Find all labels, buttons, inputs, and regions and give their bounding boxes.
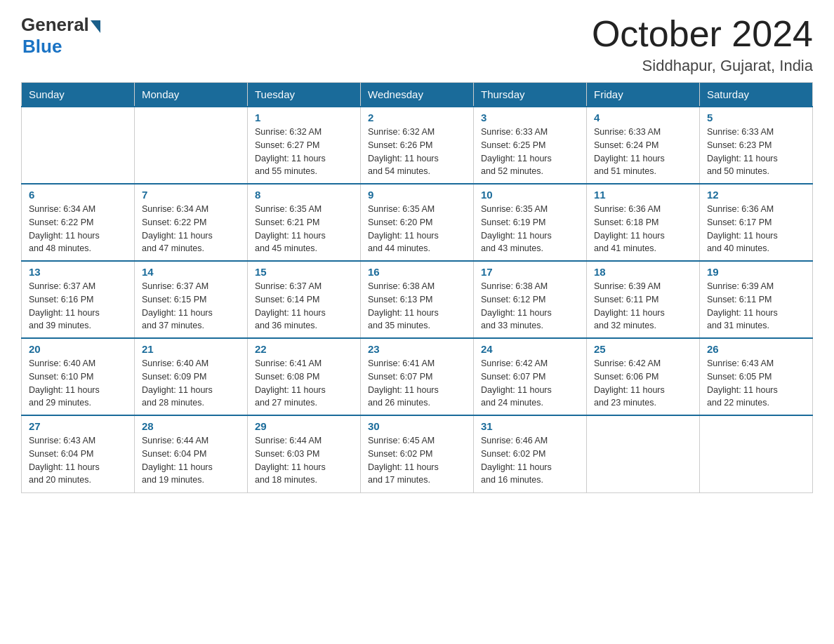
day-number: 17	[481, 266, 579, 278]
weekday-header-monday: Monday	[135, 83, 248, 107]
day-number: 28	[142, 420, 240, 432]
day-info: Sunrise: 6:39 AMSunset: 6:11 PMDaylight:…	[707, 281, 778, 330]
day-info: Sunrise: 6:41 AMSunset: 6:08 PMDaylight:…	[255, 358, 326, 408]
calendar-cell: 10Sunrise: 6:35 AMSunset: 6:19 PMDayligh…	[474, 184, 587, 261]
calendar-cell: 28Sunrise: 6:44 AMSunset: 6:04 PMDayligh…	[135, 415, 248, 492]
weekday-header-tuesday: Tuesday	[248, 83, 361, 107]
title-block: October 2024 Siddhapur, Gujarat, India	[592, 14, 813, 75]
day-number: 9	[368, 189, 466, 201]
logo-blue-text: Blue	[22, 36, 62, 58]
day-number: 2	[368, 112, 466, 123]
calendar-cell: 21Sunrise: 6:40 AMSunset: 6:09 PMDayligh…	[135, 338, 248, 415]
day-number: 21	[142, 343, 240, 355]
day-info: Sunrise: 6:37 AMSunset: 6:15 PMDaylight:…	[142, 281, 213, 330]
day-info: Sunrise: 6:35 AMSunset: 6:20 PMDaylight:…	[368, 204, 439, 253]
day-number: 16	[368, 266, 466, 278]
day-info: Sunrise: 6:36 AMSunset: 6:17 PMDaylight:…	[707, 204, 778, 253]
calendar-cell: 26Sunrise: 6:43 AMSunset: 6:05 PMDayligh…	[700, 338, 813, 415]
day-info: Sunrise: 6:39 AMSunset: 6:11 PMDaylight:…	[594, 281, 665, 330]
day-info: Sunrise: 6:43 AMSunset: 6:04 PMDaylight:…	[29, 436, 100, 485]
day-info: Sunrise: 6:38 AMSunset: 6:13 PMDaylight:…	[368, 281, 439, 330]
day-info: Sunrise: 6:44 AMSunset: 6:03 PMDaylight:…	[255, 436, 326, 485]
calendar-cell: 29Sunrise: 6:44 AMSunset: 6:03 PMDayligh…	[248, 415, 361, 492]
day-info: Sunrise: 6:43 AMSunset: 6:05 PMDaylight:…	[707, 358, 778, 408]
day-number: 13	[29, 266, 127, 278]
calendar-cell: 9Sunrise: 6:35 AMSunset: 6:20 PMDaylight…	[361, 184, 474, 261]
calendar-cell	[135, 107, 248, 184]
calendar-cell: 12Sunrise: 6:36 AMSunset: 6:17 PMDayligh…	[700, 184, 813, 261]
logo-general-text: General	[21, 14, 89, 36]
day-info: Sunrise: 6:35 AMSunset: 6:19 PMDaylight:…	[481, 204, 552, 253]
day-info: Sunrise: 6:32 AMSunset: 6:26 PMDaylight:…	[368, 127, 439, 176]
day-info: Sunrise: 6:38 AMSunset: 6:12 PMDaylight:…	[481, 281, 552, 330]
calendar-cell: 16Sunrise: 6:38 AMSunset: 6:13 PMDayligh…	[361, 261, 474, 338]
day-info: Sunrise: 6:33 AMSunset: 6:23 PMDaylight:…	[707, 127, 778, 176]
day-number: 14	[142, 266, 240, 278]
day-number: 27	[29, 420, 127, 432]
month-title: October 2024	[592, 14, 813, 54]
day-number: 19	[707, 266, 805, 278]
calendar-week-row: 6Sunrise: 6:34 AMSunset: 6:22 PMDaylight…	[22, 184, 813, 261]
calendar-cell: 30Sunrise: 6:45 AMSunset: 6:02 PMDayligh…	[361, 415, 474, 492]
calendar-cell: 25Sunrise: 6:42 AMSunset: 6:06 PMDayligh…	[587, 338, 700, 415]
day-number: 10	[481, 189, 579, 201]
weekday-header-friday: Friday	[587, 83, 700, 107]
day-number: 23	[368, 343, 466, 355]
day-number: 3	[481, 112, 579, 123]
day-number: 20	[29, 343, 127, 355]
day-info: Sunrise: 6:42 AMSunset: 6:06 PMDaylight:…	[594, 358, 665, 408]
day-info: Sunrise: 6:34 AMSunset: 6:22 PMDaylight:…	[29, 204, 100, 253]
day-info: Sunrise: 6:40 AMSunset: 6:10 PMDaylight:…	[29, 358, 100, 408]
calendar-cell: 5Sunrise: 6:33 AMSunset: 6:23 PMDaylight…	[700, 107, 813, 184]
day-info: Sunrise: 6:33 AMSunset: 6:24 PMDaylight:…	[594, 127, 665, 176]
day-number: 5	[707, 112, 805, 123]
weekday-header-row: SundayMondayTuesdayWednesdayThursdayFrid…	[22, 83, 813, 107]
day-info: Sunrise: 6:32 AMSunset: 6:27 PMDaylight:…	[255, 127, 326, 176]
day-info: Sunrise: 6:45 AMSunset: 6:02 PMDaylight:…	[368, 436, 439, 485]
location-title: Siddhapur, Gujarat, India	[592, 57, 813, 75]
day-number: 31	[481, 420, 579, 432]
calendar-cell: 1Sunrise: 6:32 AMSunset: 6:27 PMDaylight…	[248, 107, 361, 184]
day-info: Sunrise: 6:46 AMSunset: 6:02 PMDaylight:…	[481, 436, 552, 485]
calendar-cell: 27Sunrise: 6:43 AMSunset: 6:04 PMDayligh…	[22, 415, 135, 492]
calendar-cell	[587, 415, 700, 492]
calendar-week-row: 20Sunrise: 6:40 AMSunset: 6:10 PMDayligh…	[22, 338, 813, 415]
day-info: Sunrise: 6:36 AMSunset: 6:18 PMDaylight:…	[594, 204, 665, 253]
logo-arrow-icon	[91, 20, 100, 33]
day-number: 25	[594, 343, 692, 355]
day-number: 15	[255, 266, 353, 278]
day-info: Sunrise: 6:42 AMSunset: 6:07 PMDaylight:…	[481, 358, 552, 408]
day-number: 29	[255, 420, 353, 432]
calendar-table: SundayMondayTuesdayWednesdayThursdayFrid…	[21, 82, 813, 493]
day-number: 4	[594, 112, 692, 123]
page-header: General Blue October 2024 Siddhapur, Guj…	[21, 14, 813, 75]
weekday-header-saturday: Saturday	[700, 83, 813, 107]
weekday-header-wednesday: Wednesday	[361, 83, 474, 107]
calendar-week-row: 13Sunrise: 6:37 AMSunset: 6:16 PMDayligh…	[22, 261, 813, 338]
calendar-cell: 19Sunrise: 6:39 AMSunset: 6:11 PMDayligh…	[700, 261, 813, 338]
day-info: Sunrise: 6:41 AMSunset: 6:07 PMDaylight:…	[368, 358, 439, 408]
calendar-cell: 23Sunrise: 6:41 AMSunset: 6:07 PMDayligh…	[361, 338, 474, 415]
calendar-cell: 11Sunrise: 6:36 AMSunset: 6:18 PMDayligh…	[587, 184, 700, 261]
calendar-cell: 18Sunrise: 6:39 AMSunset: 6:11 PMDayligh…	[587, 261, 700, 338]
calendar-cell: 31Sunrise: 6:46 AMSunset: 6:02 PMDayligh…	[474, 415, 587, 492]
day-info: Sunrise: 6:40 AMSunset: 6:09 PMDaylight:…	[142, 358, 213, 408]
day-number: 18	[594, 266, 692, 278]
calendar-week-row: 1Sunrise: 6:32 AMSunset: 6:27 PMDaylight…	[22, 107, 813, 184]
calendar-cell: 4Sunrise: 6:33 AMSunset: 6:24 PMDaylight…	[587, 107, 700, 184]
calendar-cell: 24Sunrise: 6:42 AMSunset: 6:07 PMDayligh…	[474, 338, 587, 415]
calendar-cell: 6Sunrise: 6:34 AMSunset: 6:22 PMDaylight…	[22, 184, 135, 261]
calendar-cell: 20Sunrise: 6:40 AMSunset: 6:10 PMDayligh…	[22, 338, 135, 415]
day-info: Sunrise: 6:33 AMSunset: 6:25 PMDaylight:…	[481, 127, 552, 176]
day-info: Sunrise: 6:44 AMSunset: 6:04 PMDaylight:…	[142, 436, 213, 485]
day-number: 22	[255, 343, 353, 355]
calendar-cell	[22, 107, 135, 184]
day-number: 7	[142, 189, 240, 201]
day-number: 6	[29, 189, 127, 201]
logo: General Blue	[21, 14, 100, 58]
day-info: Sunrise: 6:37 AMSunset: 6:16 PMDaylight:…	[29, 281, 100, 330]
day-info: Sunrise: 6:34 AMSunset: 6:22 PMDaylight:…	[142, 204, 213, 253]
calendar-cell: 13Sunrise: 6:37 AMSunset: 6:16 PMDayligh…	[22, 261, 135, 338]
calendar-cell	[700, 415, 813, 492]
day-number: 12	[707, 189, 805, 201]
